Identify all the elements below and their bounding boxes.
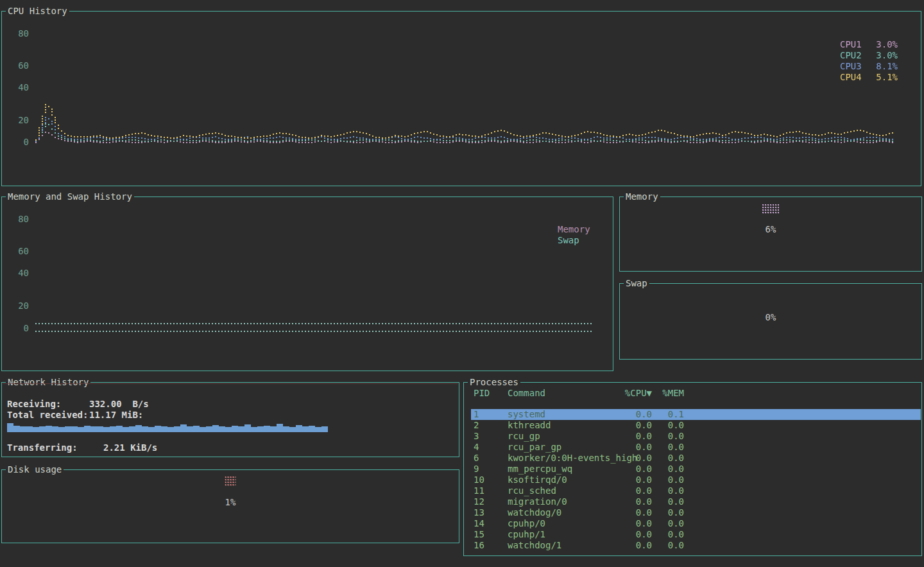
transferring-label: Transferring: xyxy=(7,442,78,453)
cpu-legend-label: CPU2 xyxy=(840,50,862,61)
process-cpu: 0.0 xyxy=(620,420,652,431)
process-mem: 0.0 xyxy=(654,485,684,496)
process-row[interactable]: 13 watchdog/0 0.0 0.0 xyxy=(471,507,921,518)
panel-title: Memory and Swap History xyxy=(6,191,134,202)
process-cpu: 0.0 xyxy=(620,475,652,485)
process-row[interactable]: 15 cpuhp/1 0.0 0.0 xyxy=(471,529,921,540)
process-pid: 9 xyxy=(474,464,508,475)
column-header-cpu-sort[interactable]: %CPU▼ xyxy=(620,388,652,399)
process-cpu: 0.0 xyxy=(620,453,652,464)
process-pid: 2 xyxy=(474,420,508,431)
process-table-body: 1 systemd 0.0 0.1 2 kthreadd 0.0 0.0 3 r… xyxy=(471,409,921,551)
process-command: kworker/0:0H-events_high xyxy=(508,453,620,464)
y-tick: 60 xyxy=(15,246,29,256)
memswap-legend-label: Swap xyxy=(558,235,590,246)
process-cpu: 0.0 xyxy=(620,518,652,529)
process-cpu: 0.0 xyxy=(620,540,652,551)
network-received-chart xyxy=(7,419,328,433)
process-mem: 0.0 xyxy=(654,518,684,529)
process-command: cpuhp/0 xyxy=(508,518,620,529)
memswap-legend-label: Memory xyxy=(558,224,590,235)
process-mem: 0.0 xyxy=(654,529,684,540)
process-cpu: 0.0 xyxy=(620,496,652,507)
process-pid: 16 xyxy=(474,540,508,551)
processes-panel: Processes PID Command %CPU▼ %MEM 1 syste… xyxy=(463,382,922,556)
process-mem: 0.0 xyxy=(654,442,684,453)
process-cpu: 0.0 xyxy=(620,431,652,442)
y-tick: 20 xyxy=(15,115,29,125)
cpu-history-panel: CPU History 80 60 40 20 0 CPU13.0%CPU23.… xyxy=(1,11,921,186)
disk-percent: 1% xyxy=(2,497,459,507)
process-command: systemd xyxy=(508,409,620,420)
transmit-baseline xyxy=(3,383,458,384)
y-tick: 60 xyxy=(15,60,29,71)
transferring-value: 2.21 KiB/s xyxy=(103,442,157,453)
process-cpu: 0.0 xyxy=(620,464,652,475)
panel-title: Processes xyxy=(468,377,520,387)
process-pid: 11 xyxy=(474,485,508,496)
process-row[interactable]: 16 watchdog/1 0.0 0.0 xyxy=(471,540,921,551)
process-pid: 15 xyxy=(474,529,508,540)
process-row[interactable]: 2 kthreadd 0.0 0.0 xyxy=(471,420,921,431)
process-command: watchdog/0 xyxy=(508,507,620,518)
process-mem: 0.0 xyxy=(654,420,684,431)
cpu-legend-item: CPU38.1% xyxy=(840,61,898,72)
process-mem: 0.1 xyxy=(654,409,684,420)
process-pid: 14 xyxy=(474,518,508,529)
process-command: ksoftirqd/0 xyxy=(508,475,620,485)
swap-percent: 0% xyxy=(620,312,921,322)
disk-gauge-icon xyxy=(225,476,236,486)
cpu-legend-value: 5.1% xyxy=(876,72,898,83)
column-header-mem[interactable]: %MEM xyxy=(654,388,684,399)
memswap-history-chart xyxy=(34,309,592,340)
process-row[interactable]: 10 ksoftirqd/0 0.0 0.0 xyxy=(471,475,921,485)
cpu-legend-item: CPU45.1% xyxy=(840,72,898,83)
y-tick: 80 xyxy=(15,28,29,39)
process-row[interactable]: 6 kworker/0:0H-events_high 0.0 0.0 xyxy=(471,453,921,464)
cpu-legend-item: CPU13.0% xyxy=(840,39,898,50)
receiving-value: 332.00 B/s xyxy=(89,399,149,410)
process-command: rcu_sched xyxy=(508,485,620,496)
process-row[interactable]: 4 rcu_par_gp 0.0 0.0 xyxy=(471,442,921,453)
process-mem: 0.0 xyxy=(654,453,684,464)
y-tick: 40 xyxy=(15,268,29,278)
disk-usage-panel: Disk usage 1% xyxy=(1,469,459,543)
cpu-legend-value: 3.0% xyxy=(876,50,898,61)
process-cpu: 0.0 xyxy=(620,409,652,420)
process-row[interactable]: 12 migration/0 0.0 0.0 xyxy=(471,496,921,507)
process-mem: 0.0 xyxy=(654,540,684,551)
column-header-command[interactable]: Command xyxy=(508,388,620,399)
network-history-panel: Network History Receiving: 332.00 B/s To… xyxy=(1,382,459,457)
panel-title: Memory xyxy=(624,191,660,202)
process-row[interactable]: 14 cpuhp/0 0.0 0.0 xyxy=(471,518,921,529)
process-pid: 10 xyxy=(474,475,508,485)
cpu-legend-label: CPU3 xyxy=(840,61,862,72)
process-pid: 4 xyxy=(474,442,508,453)
process-pid: 12 xyxy=(474,496,508,507)
process-mem: 0.0 xyxy=(654,464,684,475)
cpu-legend: CPU13.0%CPU23.0%CPU38.1%CPU45.1% xyxy=(840,39,898,83)
process-pid: 6 xyxy=(474,453,508,464)
panel-title: Network History xyxy=(6,377,90,387)
process-row[interactable]: 9 mm_percpu_wq 0.0 0.0 xyxy=(471,464,921,475)
process-table-header: PID Command %CPU▼ %MEM xyxy=(471,388,921,399)
process-command: mm_percpu_wq xyxy=(508,464,620,475)
process-row[interactable]: 11 rcu_sched 0.0 0.0 xyxy=(471,485,921,496)
cpu-legend-item: CPU23.0% xyxy=(840,50,898,61)
column-header-pid[interactable]: PID xyxy=(474,388,508,399)
y-tick: 80 xyxy=(15,214,29,224)
process-pid: 1 xyxy=(474,409,508,420)
process-mem: 0.0 xyxy=(654,431,684,442)
y-tick: 20 xyxy=(15,301,29,311)
process-row[interactable]: 1 systemd 0.0 0.1 xyxy=(471,409,921,420)
panel-title: CPU History xyxy=(6,6,69,16)
process-pid: 13 xyxy=(474,507,508,518)
process-row[interactable]: 3 rcu_gp 0.0 0.0 xyxy=(471,431,921,442)
process-cpu: 0.0 xyxy=(620,485,652,496)
memory-panel: Memory 6% xyxy=(619,196,922,272)
process-mem: 0.0 xyxy=(654,507,684,518)
process-mem: 0.0 xyxy=(654,475,684,485)
memory-gauge-icon xyxy=(762,204,779,214)
swap-panel: Swap 0% xyxy=(619,283,922,360)
process-mem: 0.0 xyxy=(654,496,684,507)
